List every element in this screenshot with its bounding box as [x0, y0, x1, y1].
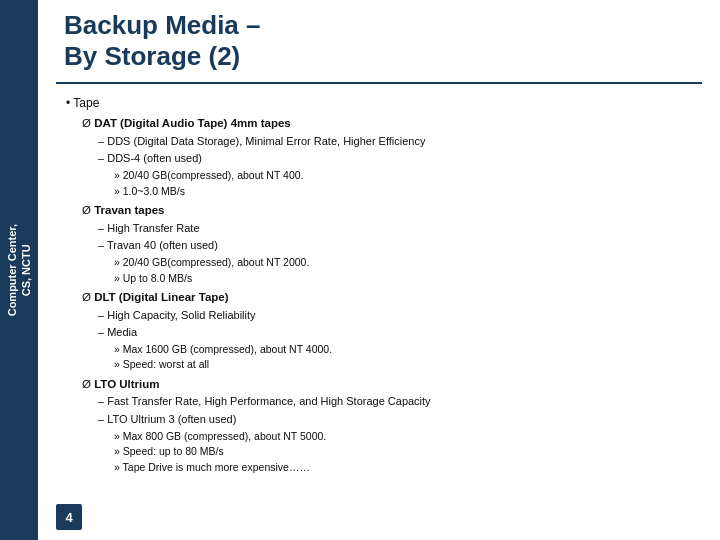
travan-sub1: High Transfer Rate: [66, 220, 702, 238]
lto-bullet3: Tape Drive is much more expensive……: [66, 460, 702, 476]
dat-sub1: DDS (Digital Data Storage), Minimal Erro…: [66, 133, 702, 151]
content-area: Tape DAT (Digital Audio Tape) 4mm tapes …: [56, 94, 702, 476]
tape-label: Tape: [66, 94, 702, 112]
dat-header: DAT (Digital Audio Tape) 4mm tapes: [66, 115, 702, 132]
dlt-sub2: Media: [66, 324, 702, 342]
dlt-sub1: High Capacity, Solid Reliability: [66, 307, 702, 325]
travan-bullet2: Up to 8.0 MB/s: [66, 271, 702, 287]
dlt-bullet2: Speed: worst at all: [66, 357, 702, 373]
page-title: Backup Media – By Storage (2): [56, 10, 702, 72]
main-content: Backup Media – By Storage (2) Tape DAT (…: [38, 0, 720, 540]
lto-sub1: Fast Transfer Rate, High Performance, an…: [66, 393, 702, 411]
dat-bullet2: 1.0~3.0 MB/s: [66, 184, 702, 200]
sidebar-label: Computer Center,CS, NCTU: [5, 224, 34, 316]
dat-sub2: DDS-4 (often used): [66, 150, 702, 168]
sidebar: Computer Center,CS, NCTU: [0, 0, 38, 540]
travan-bullet1: 20/40 GB(compressed), about NT 2000.: [66, 255, 702, 271]
lto-bullet1: Max 800 GB (compressed), about NT 5000.: [66, 429, 702, 445]
lto-bullet2: Speed: up to 80 MB/s: [66, 444, 702, 460]
page-number: 4: [56, 504, 82, 530]
lto-header: LTO Ultrium: [66, 376, 702, 393]
lto-sub2: LTO Ultrium 3 (often used): [66, 411, 702, 429]
travan-header: Travan tapes: [66, 202, 702, 219]
title-divider: [56, 82, 702, 84]
travan-sub2: Travan 40 (often used): [66, 237, 702, 255]
dat-bullet1: 20/40 GB(compressed), about NT 400.: [66, 168, 702, 184]
dlt-bullet1: Max 1600 GB (compressed), about NT 4000.: [66, 342, 702, 358]
dlt-header: DLT (Digital Linear Tape): [66, 289, 702, 306]
